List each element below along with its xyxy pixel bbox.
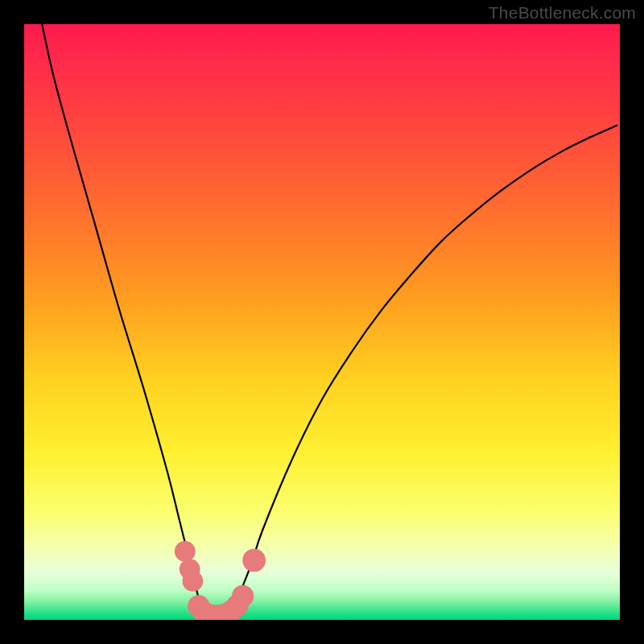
chart-frame: TheBottleneck.com: [0, 0, 644, 644]
highlight-markers: [175, 541, 266, 620]
bottleneck-curve: [42, 24, 617, 618]
curve-svg: [24, 24, 620, 620]
highlight-dot: [232, 585, 254, 607]
highlight-dot: [183, 571, 204, 592]
plot-area: [24, 24, 620, 620]
highlight-dot: [242, 549, 266, 572]
attribution-label: TheBottleneck.com: [489, 3, 636, 23]
highlight-dot: [175, 541, 196, 562]
